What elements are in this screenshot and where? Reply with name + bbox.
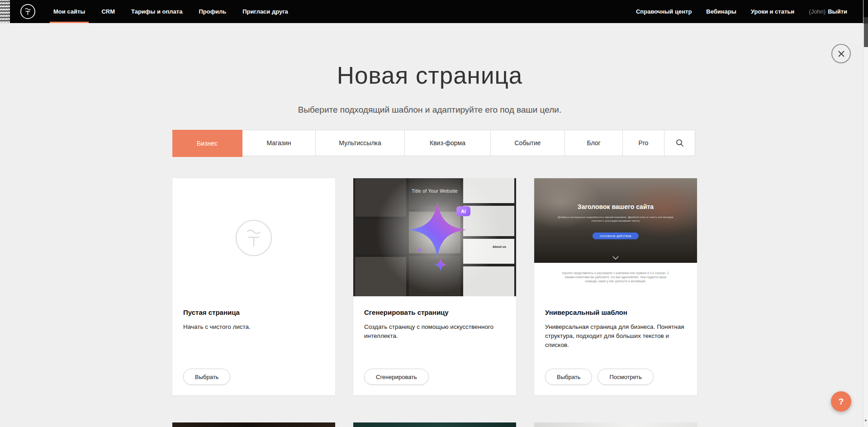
nav-help-center-label: Справочный центр [636,8,692,15]
nav-tariffs[interactable]: Тарифы и оплата [131,0,182,23]
card-description: Начать с чистого листа. [183,323,324,332]
card-universal-template[interactable]: Заголовок вашего сайта Добавьте интересн… [534,178,697,395]
template-card-partial[interactable] [353,422,516,427]
card-info: Пустая страница Начать с чистого листа. [183,308,324,332]
ai-preview-image: Title of Your Website About us AI [353,178,516,296]
template-hero: Заголовок вашего сайта Добавьте интересн… [534,178,697,263]
scrollbar-thumb[interactable] [864,24,868,47]
template-category-tabs: Бизнес Магазин Мультиссылка Квиз-форма С… [172,130,695,156]
tab-multilink[interactable]: Мультиссылка [316,130,405,156]
card-info: Универсальный шаблон Универсальная стран… [545,308,686,350]
chevron-down-icon [612,253,619,261]
tab-event[interactable]: Событие [491,130,565,156]
close-icon [838,50,845,57]
nav-help-center[interactable]: Справочный центр [636,0,692,23]
collage-about-label: About us [493,245,506,248]
tab-quiz-form[interactable]: Квиз-форма [405,130,491,156]
secondary-menu: Справочный центр Вебинары Уроки и статьи… [636,0,847,23]
tilda-logo-icon[interactable] [20,4,36,19]
card-actions: Выбрать [183,369,230,385]
tab-store-label: Магазин [266,139,291,147]
card-title: Универсальный шаблон [545,308,686,316]
template-card-partial[interactable] [534,422,697,427]
tab-pro-label: Pro [639,139,649,147]
tab-business-label: Бизнес [197,140,218,147]
nav-invite-friend[interactable]: Пригласи друга [242,0,288,23]
nav-my-sites-label: Мои сайты [53,8,85,15]
tab-business[interactable]: Бизнес [172,130,242,157]
ai-badge: AI [456,206,470,216]
help-button[interactable]: ? [831,391,851,412]
ai-star-small-icon [434,258,447,273]
template-preview-image [353,422,516,427]
template-grid: Пустая страница Начать с чистого листа. … [172,178,697,427]
scrollbar-up-arrow[interactable] [863,17,868,24]
card-actions: Сгенерировать [364,369,429,385]
tab-blog-label: Блог [587,139,600,147]
card-ai-generate[interactable]: Title of Your Website About us AI Сгенер… [353,178,516,395]
collage-site-title: Title of Your Website [353,188,516,194]
card-actions: Выбрать Посмотреть [545,369,654,385]
top-navigation-bar: Мои сайты CRM Тарифы и оплата Профиль Пр… [0,0,868,23]
ai-star-tiny-icon [417,247,423,255]
tab-pro[interactable]: Pro [623,130,664,156]
card-info: Сгенерировать страницу Создать страницу … [364,308,505,341]
template-body-text: Коротко представьтесь и расскажите о ком… [562,263,669,283]
nav-profile-label: Профиль [199,8,226,15]
choose-button[interactable]: Выбрать [545,369,592,385]
generate-button[interactable]: Сгенерировать [364,369,429,385]
scrollbar-header-cap [863,0,868,17]
tab-quiz-form-label: Квиз-форма [430,139,465,147]
tab-event-label: Событие [515,139,541,147]
page-subtitle: Выберите подходящий шаблон и адаптируйте… [0,105,859,115]
tab-multilink-label: Мультиссылка [339,139,381,147]
nav-lessons[interactable]: Уроки и статьи [751,0,794,23]
close-button[interactable] [831,44,851,63]
nav-lessons-label: Уроки и статьи [751,8,794,15]
nav-invite-friend-label: Пригласи друга [242,8,288,15]
card-title: Сгенерировать страницу [364,308,505,316]
template-hero-title: Заголовок вашего сайта [534,203,697,210]
card-description: Создать страницу с помощью искусственног… [364,323,505,341]
nav-crm-label: CRM [101,8,115,15]
nav-tariffs-label: Тарифы и оплата [131,8,182,15]
zigzag-decoration [0,0,10,23]
nav-crm[interactable]: CRM [101,0,115,23]
nav-webinars-label: Вебинары [706,8,736,15]
template-hero-text: Добавьте интересные подробности о вашей … [557,215,674,223]
card-description: Универсальная страница для бизнеса. Поня… [545,323,686,350]
template-hero-button: основное действие [593,232,639,239]
template-body: Коротко представьтесь и расскажите о ком… [534,263,697,299]
tab-store[interactable]: Магазин [242,130,316,156]
tab-blog[interactable]: Блог [565,130,623,156]
search-icon [675,138,684,147]
logout-label: Выйти [828,8,847,15]
template-preview-image: Заголовок вашего сайта Добавьте интересн… [534,178,697,299]
template-preview-image [534,422,697,427]
nav-logout[interactable]: (John) Выйти [809,0,847,23]
main-menu: Мои сайты CRM Тарифы и оплата Профиль Пр… [53,0,288,23]
card-title: Пустая страница [183,308,324,316]
page-title: Новая страница [0,62,859,89]
nav-my-sites[interactable]: Мои сайты [53,0,85,23]
preview-button[interactable]: Посмотреть [598,369,654,385]
template-preview-image [172,422,335,427]
tab-search[interactable] [664,130,695,156]
scrollbar-down-arrow[interactable]: ▼ [863,418,868,423]
template-card-partial[interactable] [172,422,335,427]
tilda-watermark-icon [234,218,274,258]
card-blank-page[interactable]: Пустая страница Начать с чистого листа. … [172,178,335,395]
nav-profile[interactable]: Профиль [199,0,226,23]
scrollbar[interactable]: ▼ [863,0,868,427]
user-name: (John) [809,8,825,15]
nav-webinars[interactable]: Вебинары [706,0,736,23]
choose-button[interactable]: Выбрать [183,369,230,385]
